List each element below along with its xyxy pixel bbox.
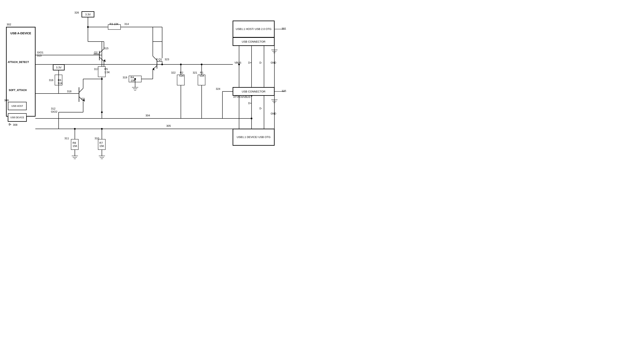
r8-val: 15K [72,144,77,148]
ref-315: 315 [104,47,108,50]
vbus-pin-label: VBUS [234,61,241,64]
r4-label: R4 [130,76,134,79]
q1-label: Q1 [158,58,162,61]
usb11-host-label: USB1.1 HOST/ USB 2.0 OTG [236,27,272,31]
usb11-host-box: USB1.1 HOST/ USB 2.0 OTG [233,21,274,38]
r2-label: R2 [180,71,183,74]
ref-309: 309 [4,99,9,102]
usb-connector-top-label: USB CONNECTOR [242,40,266,43]
gnd-bot-label: GND [271,112,276,115]
svg-line-44 [153,56,157,60]
ref-318: 318 [67,90,72,93]
svg-point-118 [201,64,202,65]
usb-host-box: USB HOST [8,102,26,110]
ref-325: 325 [282,89,286,92]
usb11-device-box: USB1.1 DEVICE/ USB OTG [233,129,274,146]
svg-point-117 [180,64,182,65]
ref-312: 312 [51,107,56,110]
usb-adevice-label: USB A-DEVICE [8,32,34,35]
dminus-label: D- [9,123,12,126]
ref-314: 314 [124,22,129,26]
r3-label: R3 10K [110,22,118,26]
gnd-pin-label: GND [271,61,276,64]
ref-308: 308 [13,123,18,126]
r6-val: 51K [58,82,62,85]
svg-point-122 [251,118,252,119]
ref-302: 302 [7,23,11,26]
svg-point-116 [101,78,103,80]
r1-label: R1 [200,71,204,74]
svg-point-114 [161,64,163,65]
ref-301: 301 [282,27,286,30]
usb11-device-label: USB1.1 DEVICE/ USB OTG [237,135,271,139]
ref-313: 313 [37,54,42,57]
usb-connector-bot-label: USB CONNECTOR [242,90,266,93]
r5-val: 1.5K [104,71,110,74]
usb-host-label: USB HOST [12,105,23,107]
vcc-33v-mid-box: 3.3V [53,64,64,70]
gio2-label: GIO2 [51,110,57,113]
r1-val: 51K [200,74,204,77]
ref-321: 321 [193,71,197,74]
ref-304: 304 [146,114,150,117]
ref-317: 317 [94,68,98,71]
vcc-33v-mid-label: 3.3V [56,66,62,69]
ref-311: 311 [64,137,69,140]
ref-322: 322 [171,71,176,74]
gio1-label: GIO1 [37,51,44,54]
q2-label: Q2 [94,51,98,54]
r4-val: 10K [130,79,135,82]
circuit-diagram: 302 USB A-DEVICE ATTACH_DETECT SOFT_ATTA… [0,0,322,180]
r6-label: R6 [58,78,61,82]
dplus-bot-label: D+ [248,102,252,105]
dminus-bot-label: D- [260,107,262,110]
ref-310: 310 [94,137,99,140]
r2-val: 51K [179,74,184,77]
soft-attach-label: SOFT_ATTACH [9,89,26,92]
ref-319: 319 [123,76,127,79]
usb-device-box: USB DEVICE [8,113,26,122]
r7-val: 15K [99,144,104,148]
svg-point-113 [87,26,89,28]
attach-detect-label: ATTACH_DETECT [8,61,29,64]
ref-323: 323 [165,58,169,61]
r7-label: R7 [99,141,103,144]
ref-305: 305 [166,124,171,128]
attach-vbus-label: ATTACH/VBUS [233,96,250,98]
ref-316: 316 [49,78,54,82]
vcc-33v-top-box: 3.3V [82,12,94,17]
usb-connector-bot-box: USB CONNECTOR [233,87,274,96]
svg-point-120 [101,128,103,130]
usb-connector-top-box: USB CONNECTOR [233,38,274,46]
ref-324: 324 [216,87,220,90]
ref-326: 326 [74,11,79,14]
vcc-33v-top-label: 3.3V [85,13,91,16]
svg-line-67 [79,88,83,92]
usb-device-label: USB DEVICE [10,116,24,119]
r8-label: R8 [72,141,76,144]
dplus-pin-label: D+ [248,61,252,64]
r5-label: R5 [104,68,108,71]
q3-label: Q3 [81,97,84,100]
dminus-pin-label: D- [260,61,262,64]
